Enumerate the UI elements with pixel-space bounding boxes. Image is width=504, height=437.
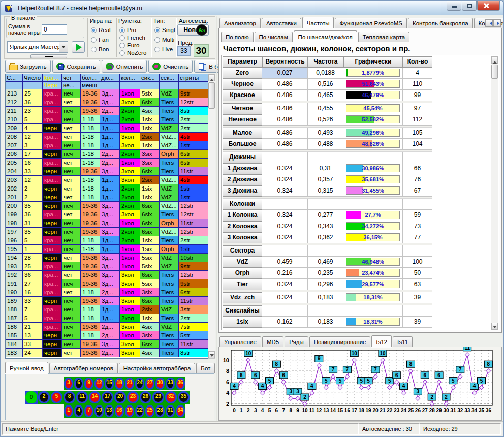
scrollbar-thumb[interactable] (208, 82, 215, 109)
numpad-cell-22[interactable]: 22 (135, 404, 145, 418)
as-button[interactable]: As (196, 24, 207, 36)
history-header-cell[interactable]: кол... (120, 74, 140, 82)
radio-Live[interactable]: Live (154, 46, 176, 52)
numpad-cell-31[interactable]: 31 (165, 404, 175, 418)
history-header-cell[interactable] (160, 82, 179, 89)
freq-row[interactable]: Большое0.4860,48848,826%104 (223, 139, 432, 150)
tabs-scroll-left-icon[interactable] (485, 19, 493, 27)
tab-Автограббер номеров[interactable]: Автограббер номеров (49, 363, 118, 373)
freq-row[interactable]: VdZ0.4590,46946,948%100 (223, 257, 432, 268)
close-button[interactable] (477, 1, 500, 11)
collapse-button[interactable] (30, 54, 67, 58)
freq-header-cell[interactable]: Графически (343, 56, 403, 68)
tab-Анализатор[interactable]: Анализатор (219, 18, 261, 28)
tab-ts11[interactable]: ts11 (393, 336, 413, 347)
history-row[interactable]: 20516кра...чет1-182д...1кол3sixTiers6str (6, 159, 208, 167)
scroll-down-icon[interactable] (208, 351, 215, 358)
scroll-up-icon[interactable] (491, 56, 498, 64)
numpad-cell-12[interactable]: 12 (94, 377, 104, 390)
button-clear[interactable]: Очистить (148, 60, 193, 73)
numpad-cell-20[interactable]: 20 (114, 391, 127, 404)
history-header-cell[interactable]: сек... (160, 74, 179, 82)
numpad-cell-5[interactable]: 5 (50, 391, 63, 404)
history-header-cell[interactable]: Черн (43, 82, 62, 89)
history-row[interactable]: 20433черннеч19-363д...3кол6sixTiers11str (6, 167, 208, 176)
radio-Bon[interactable]: Bon (91, 46, 115, 52)
radio-NoZero[interactable]: NoZero (119, 50, 150, 56)
numpad-cell-18[interactable]: 18 (114, 377, 124, 390)
freq-row[interactable]: 2 Колонка0.3240,34334,272%73 (223, 221, 432, 232)
freq-row[interactable]: 1 Дюжина0.3240,3130,986%66 (223, 163, 432, 174)
history-row[interactable]: 19127кра...неч19-363д...3кол5sixTiers9st… (6, 279, 208, 288)
history-header-cell[interactable] (6, 82, 23, 89)
numpad-cell-26[interactable]: 26 (139, 391, 152, 404)
numpad-cell-27[interactable]: 27 (145, 377, 155, 390)
freq-header-cell[interactable]: Параметр (223, 56, 262, 68)
freq-header-cell[interactable]: Кол-во (403, 56, 432, 68)
freq-header-cell[interactable]: Частота (308, 56, 343, 68)
history-header-cell[interactable]: бол... (81, 74, 100, 82)
history-row[interactable]: 19831черннеч19-363д...1кол6sixOrph11str (6, 219, 208, 228)
numpad-cell-4[interactable]: 4 (74, 404, 84, 418)
history-header-cell[interactable]: дю... (100, 74, 120, 82)
freq-row[interactable]: Дюжины (223, 152, 432, 163)
tab-Ряды[interactable]: Ряды (285, 336, 308, 347)
numpad-cell-16[interactable]: 16 (114, 404, 124, 418)
history-row[interactable]: 19016кра...чет1-182д...1кол3sixTiers6str (6, 288, 208, 297)
numpad-cell-35[interactable]: 35 (177, 391, 190, 404)
history-row[interactable]: 20035черннеч19-363д...2кол6sixVdZ...12st… (6, 202, 208, 210)
history-header-cell[interactable]: менш (81, 82, 100, 89)
history-header-cell[interactable]: чет (62, 74, 81, 82)
tab-По шансам/дюж/кол[interactable]: По шансам/дюж/кол (294, 30, 357, 42)
history-header-cell[interactable]: Число (23, 74, 43, 82)
history-header-cell[interactable] (120, 82, 140, 89)
freq-row[interactable]: 2 Дюжина0.3240,35735,681%76 (223, 174, 432, 185)
history-row[interactable]: 18324чернчет19-362д...3кол4sixTiers8str (6, 349, 208, 357)
history-row[interactable]: 20617черннеч1-182д...2кол3sixOrph6str (6, 150, 208, 159)
freq-row[interactable]: Малое0.4860,49349,296%105 (223, 128, 432, 139)
history-row[interactable]: 19428чернчет19-363д...1кол5sixVdZ10str (6, 254, 208, 262)
radio-Real[interactable]: Real (91, 27, 115, 33)
numpad-cell-13[interactable]: 13 (104, 404, 114, 418)
numpad-cell-36[interactable]: 36 (175, 377, 185, 390)
numpad-cell-32[interactable]: 32 (165, 391, 177, 404)
tab-Тепловая карта[interactable]: Тепловая карта (358, 32, 410, 42)
history-row[interactable]: 2022чернчет1-181д...2кол1sixVdZ1str (6, 184, 208, 193)
tab-Функционал PsevdoMS[interactable]: Функционал PsevdoMS (335, 18, 407, 28)
numpad-cell-14[interactable]: 14 (88, 391, 101, 404)
scrollbar-thumb[interactable] (491, 65, 498, 79)
tab-Ручной ввод[interactable]: Ручной ввод (5, 362, 48, 373)
history-scrollbar[interactable] (208, 74, 215, 359)
tab-По числам[interactable]: По числам (255, 32, 293, 42)
history-header-cell[interactable]: сик... (140, 74, 160, 82)
button-undo[interactable]: Отменить (102, 60, 147, 73)
scroll-down-icon[interactable] (491, 323, 498, 330)
freq-row[interactable]: Красное0.4860,46546,479%99 (223, 90, 432, 101)
numpad-cell-19[interactable]: 19 (124, 404, 135, 418)
button-open-folder[interactable]: Загрузить (5, 60, 51, 73)
freq-row[interactable]: Сектора (223, 245, 432, 257)
numpad-cell-1[interactable]: 1 (64, 404, 74, 418)
history-header-cell[interactable] (100, 82, 120, 89)
radio-Singl[interactable]: Singl (154, 27, 176, 33)
history-row[interactable]: 1875кра...неч1-181д...2кол1sixTiers2str (6, 314, 208, 323)
numpad-cell-8[interactable]: 8 (63, 391, 76, 404)
history-row[interactable]: 19236кра...чет19-363д...3кол6sixTiers12s… (6, 271, 208, 279)
history-row[interactable]: 19735черннеч19-363д...2кол6sixVdZ...12st… (6, 228, 208, 236)
history-row[interactable]: 21325кра...неч19-363д...1кол5sixVdZ9str (6, 89, 208, 98)
numpad-cell-23[interactable]: 23 (127, 391, 139, 404)
history-row[interactable]: 1965кра...неч1-181д...2кол1sixTiers2str (6, 236, 208, 245)
freq-row[interactable]: 1 Колонка0.3240,27727,7%59 (223, 210, 432, 221)
numpad-cell-25[interactable]: 25 (145, 404, 155, 418)
history-row[interactable]: 2105кра...неч1-181д...2кол1sixTiers2str (6, 115, 208, 124)
history-row[interactable]: 19936кра...чет19-363д...3кол6sixTiers12s… (6, 210, 208, 219)
history-row[interactable]: 18933черннеч19-363д...3кол6sixTiers11str (6, 297, 208, 305)
freq-row[interactable]: Tier0.3240,29629,577%63 (223, 279, 432, 290)
history-row[interactable]: 19325кра...неч19-363д...1кол5sixVdZ9str (6, 262, 208, 271)
numpad-cell-6[interactable]: 6 (74, 377, 84, 390)
history-row[interactable]: 18621кра...неч19-362д...3кол4sixVdZ7str (6, 323, 208, 331)
numpad-cell-21[interactable]: 21 (124, 377, 135, 390)
tab-Настройки автограббера[interactable]: Настройки автограббера (119, 363, 196, 373)
numpad-cell-7[interactable]: 7 (84, 404, 94, 418)
numpad-cell-9[interactable]: 9 (84, 377, 94, 390)
